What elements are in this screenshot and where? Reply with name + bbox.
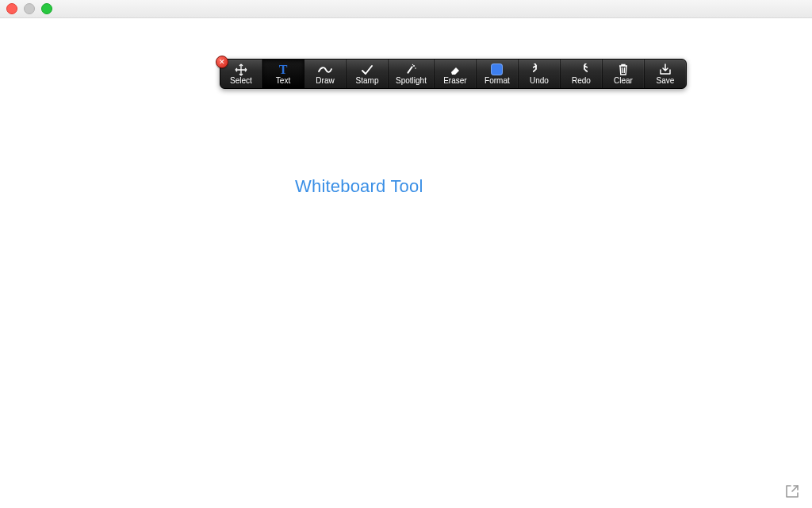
move-icon [235, 64, 247, 76]
download-icon [659, 64, 672, 76]
spotlight-tool-label: Spotlight [396, 77, 427, 85]
clear-button[interactable]: Clear [603, 60, 645, 88]
draw-tool-button[interactable]: Draw [304, 60, 347, 88]
clear-label: Clear [614, 77, 633, 85]
eraser-tool-button[interactable]: Eraser [435, 60, 477, 88]
draw-icon [318, 64, 332, 76]
popout-button[interactable] [783, 483, 801, 500]
window-zoom-button[interactable] [41, 3, 52, 14]
annotation-toolbar: ✕ Select T Text Draw [220, 59, 687, 89]
draw-tool-label: Draw [316, 77, 334, 85]
window-titlebar [0, 0, 812, 18]
redo-button[interactable]: Redo [561, 60, 603, 88]
text-tool-label: Text [276, 77, 290, 85]
save-button[interactable]: Save [645, 60, 686, 88]
select-tool-label: Select [230, 77, 252, 85]
svg-rect-0 [408, 65, 414, 73]
stamp-tool-label: Stamp [356, 77, 379, 85]
format-swatch-icon [491, 64, 503, 76]
format-tool-label: Format [485, 77, 510, 85]
redo-label: Redo [572, 77, 591, 85]
text-tool-button[interactable]: T Text [262, 60, 304, 88]
save-label: Save [657, 77, 675, 85]
close-icon: ✕ [219, 59, 225, 66]
check-icon [361, 64, 373, 76]
text-icon: T [279, 64, 288, 76]
svg-point-2 [416, 67, 417, 69]
eraser-icon [449, 64, 462, 76]
canvas-text[interactable]: Whiteboard Tool [295, 176, 423, 197]
stamp-tool-button[interactable]: Stamp [347, 60, 389, 88]
format-tool-button[interactable]: Format [477, 60, 519, 88]
eraser-tool-label: Eraser [443, 77, 466, 85]
window-close-button[interactable] [6, 3, 17, 14]
svg-point-3 [412, 64, 413, 64]
undo-button[interactable]: Undo [519, 60, 561, 88]
window-minimize-button[interactable] [24, 3, 35, 14]
popout-icon [783, 483, 801, 500]
wand-icon [404, 64, 417, 76]
redo-icon [575, 64, 588, 76]
undo-icon [533, 64, 546, 76]
spotlight-tool-button[interactable]: Spotlight [389, 60, 435, 88]
svg-point-1 [413, 65, 415, 67]
undo-label: Undo [530, 77, 549, 85]
toolbar-close-button[interactable]: ✕ [216, 56, 228, 68]
trash-icon [618, 64, 629, 76]
